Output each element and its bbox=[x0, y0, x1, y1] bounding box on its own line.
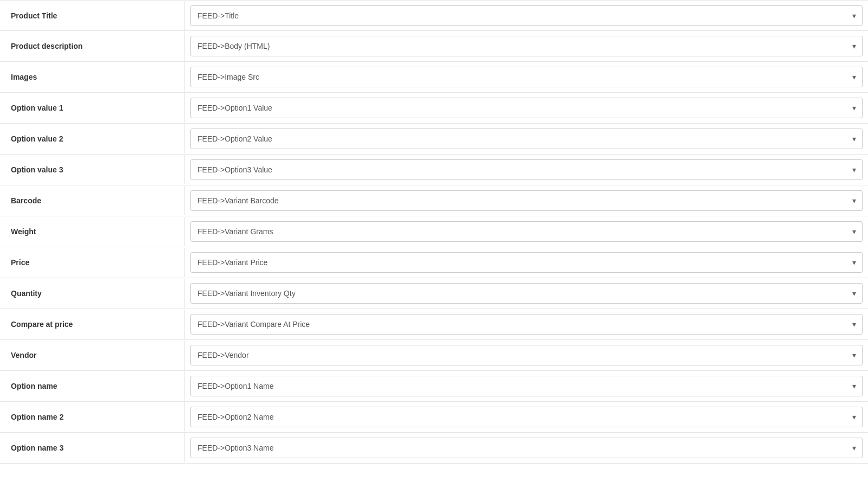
form-row-product-description: Product descriptionFEED->TitleFEED->Body… bbox=[0, 31, 868, 62]
form-row-product-title: Product TitleFEED->TitleFEED->Body (HTML… bbox=[0, 0, 868, 31]
form-row-option-value-3: Option value 3FEED->TitleFEED->Body (HTM… bbox=[0, 155, 868, 185]
select-container-quantity: FEED->TitleFEED->Body (HTML)FEED->Image … bbox=[190, 283, 863, 304]
select-wrapper-compare-at-price: FEED->TitleFEED->Body (HTML)FEED->Image … bbox=[184, 310, 868, 339]
select-wrapper-product-title: FEED->TitleFEED->Body (HTML)FEED->Image … bbox=[184, 1, 868, 30]
select-option-name-2[interactable]: FEED->TitleFEED->Body (HTML)FEED->Image … bbox=[190, 407, 863, 427]
select-wrapper-images: FEED->TitleFEED->Body (HTML)FEED->Image … bbox=[184, 62, 868, 92]
form-row-compare-at-price: Compare at priceFEED->TitleFEED->Body (H… bbox=[0, 309, 868, 340]
select-option-name-3[interactable]: FEED->TitleFEED->Body (HTML)FEED->Image … bbox=[190, 438, 863, 458]
select-wrapper-option-name: FEED->TitleFEED->Body (HTML)FEED->Image … bbox=[184, 371, 868, 401]
select-container-option-name: FEED->TitleFEED->Body (HTML)FEED->Image … bbox=[190, 376, 863, 396]
label-option-name-2: Option name 2 bbox=[0, 404, 184, 430]
select-quantity[interactable]: FEED->TitleFEED->Body (HTML)FEED->Image … bbox=[190, 283, 863, 304]
select-container-weight: FEED->TitleFEED->Body (HTML)FEED->Image … bbox=[190, 221, 863, 242]
select-barcode[interactable]: FEED->TitleFEED->Body (HTML)FEED->Image … bbox=[190, 190, 863, 211]
label-quantity: Quantity bbox=[0, 280, 184, 306]
label-vendor: Vendor bbox=[0, 342, 184, 368]
select-option-value-1[interactable]: FEED->TitleFEED->Body (HTML)FEED->Image … bbox=[190, 98, 863, 118]
label-barcode: Barcode bbox=[0, 188, 184, 214]
select-container-vendor: FEED->TitleFEED->Body (HTML)FEED->Image … bbox=[190, 345, 863, 365]
select-wrapper-quantity: FEED->TitleFEED->Body (HTML)FEED->Image … bbox=[184, 279, 868, 308]
form-row-option-value-2: Option value 2FEED->TitleFEED->Body (HTM… bbox=[0, 124, 868, 155]
select-product-description[interactable]: FEED->TitleFEED->Body (HTML)FEED->Image … bbox=[190, 36, 863, 56]
select-wrapper-barcode: FEED->TitleFEED->Body (HTML)FEED->Image … bbox=[184, 186, 868, 215]
select-container-product-description: FEED->TitleFEED->Body (HTML)FEED->Image … bbox=[190, 36, 863, 56]
label-weight: Weight bbox=[0, 219, 184, 245]
select-container-images: FEED->TitleFEED->Body (HTML)FEED->Image … bbox=[190, 67, 863, 87]
select-images[interactable]: FEED->TitleFEED->Body (HTML)FEED->Image … bbox=[190, 67, 863, 87]
select-option-name[interactable]: FEED->TitleFEED->Body (HTML)FEED->Image … bbox=[190, 376, 863, 396]
label-option-value-3: Option value 3 bbox=[0, 157, 184, 183]
select-wrapper-option-name-2: FEED->TitleFEED->Body (HTML)FEED->Image … bbox=[184, 402, 868, 432]
select-container-option-value-2: FEED->TitleFEED->Body (HTML)FEED->Image … bbox=[190, 129, 863, 149]
label-price: Price bbox=[0, 249, 184, 275]
select-container-compare-at-price: FEED->TitleFEED->Body (HTML)FEED->Image … bbox=[190, 314, 863, 335]
form-row-barcode: BarcodeFEED->TitleFEED->Body (HTML)FEED-… bbox=[0, 185, 868, 216]
select-option-value-3[interactable]: FEED->TitleFEED->Body (HTML)FEED->Image … bbox=[190, 159, 863, 180]
label-product-title: Product Title bbox=[0, 3, 184, 29]
form-row-vendor: VendorFEED->TitleFEED->Body (HTML)FEED->… bbox=[0, 340, 868, 371]
label-option-name: Option name bbox=[0, 373, 184, 399]
select-weight[interactable]: FEED->TitleFEED->Body (HTML)FEED->Image … bbox=[190, 221, 863, 242]
form-row-option-name: Option nameFEED->TitleFEED->Body (HTML)F… bbox=[0, 371, 868, 402]
select-option-value-2[interactable]: FEED->TitleFEED->Body (HTML)FEED->Image … bbox=[190, 129, 863, 149]
select-price[interactable]: FEED->TitleFEED->Body (HTML)FEED->Image … bbox=[190, 252, 863, 273]
label-option-value-2: Option value 2 bbox=[0, 126, 184, 152]
select-wrapper-weight: FEED->TitleFEED->Body (HTML)FEED->Image … bbox=[184, 217, 868, 246]
select-container-option-value-1: FEED->TitleFEED->Body (HTML)FEED->Image … bbox=[190, 98, 863, 118]
form-row-option-name-3: Option name 3FEED->TitleFEED->Body (HTML… bbox=[0, 433, 868, 464]
select-container-product-title: FEED->TitleFEED->Body (HTML)FEED->Image … bbox=[190, 5, 863, 26]
form-container: Product TitleFEED->TitleFEED->Body (HTML… bbox=[0, 0, 868, 488]
label-product-description: Product description bbox=[0, 33, 184, 59]
label-option-name-3: Option name 3 bbox=[0, 435, 184, 461]
form-row-price: PriceFEED->TitleFEED->Body (HTML)FEED->I… bbox=[0, 247, 868, 278]
select-wrapper-price: FEED->TitleFEED->Body (HTML)FEED->Image … bbox=[184, 248, 868, 277]
form-row-option-name-2: Option name 2FEED->TitleFEED->Body (HTML… bbox=[0, 402, 868, 433]
form-row-quantity: QuantityFEED->TitleFEED->Body (HTML)FEED… bbox=[0, 278, 868, 309]
form-row-option-value-1: Option value 1FEED->TitleFEED->Body (HTM… bbox=[0, 93, 868, 124]
select-wrapper-option-value-3: FEED->TitleFEED->Body (HTML)FEED->Image … bbox=[184, 155, 868, 184]
select-vendor[interactable]: FEED->TitleFEED->Body (HTML)FEED->Image … bbox=[190, 345, 863, 365]
select-container-option-name-3: FEED->TitleFEED->Body (HTML)FEED->Image … bbox=[190, 438, 863, 458]
select-wrapper-option-value-2: FEED->TitleFEED->Body (HTML)FEED->Image … bbox=[184, 124, 868, 153]
select-wrapper-option-value-1: FEED->TitleFEED->Body (HTML)FEED->Image … bbox=[184, 93, 868, 123]
select-wrapper-vendor: FEED->TitleFEED->Body (HTML)FEED->Image … bbox=[184, 341, 868, 370]
label-option-value-1: Option value 1 bbox=[0, 95, 184, 121]
select-wrapper-option-name-3: FEED->TitleFEED->Body (HTML)FEED->Image … bbox=[184, 433, 868, 463]
form-row-weight: WeightFEED->TitleFEED->Body (HTML)FEED->… bbox=[0, 216, 868, 247]
select-container-option-value-3: FEED->TitleFEED->Body (HTML)FEED->Image … bbox=[190, 159, 863, 180]
select-product-title[interactable]: FEED->TitleFEED->Body (HTML)FEED->Image … bbox=[190, 5, 863, 26]
select-wrapper-product-description: FEED->TitleFEED->Body (HTML)FEED->Image … bbox=[184, 31, 868, 61]
select-container-price: FEED->TitleFEED->Body (HTML)FEED->Image … bbox=[190, 252, 863, 273]
form-row-images: ImagesFEED->TitleFEED->Body (HTML)FEED->… bbox=[0, 62, 868, 93]
label-compare-at-price: Compare at price bbox=[0, 311, 184, 337]
select-container-option-name-2: FEED->TitleFEED->Body (HTML)FEED->Image … bbox=[190, 407, 863, 427]
label-images: Images bbox=[0, 64, 184, 90]
select-container-barcode: FEED->TitleFEED->Body (HTML)FEED->Image … bbox=[190, 190, 863, 211]
select-compare-at-price[interactable]: FEED->TitleFEED->Body (HTML)FEED->Image … bbox=[190, 314, 863, 335]
